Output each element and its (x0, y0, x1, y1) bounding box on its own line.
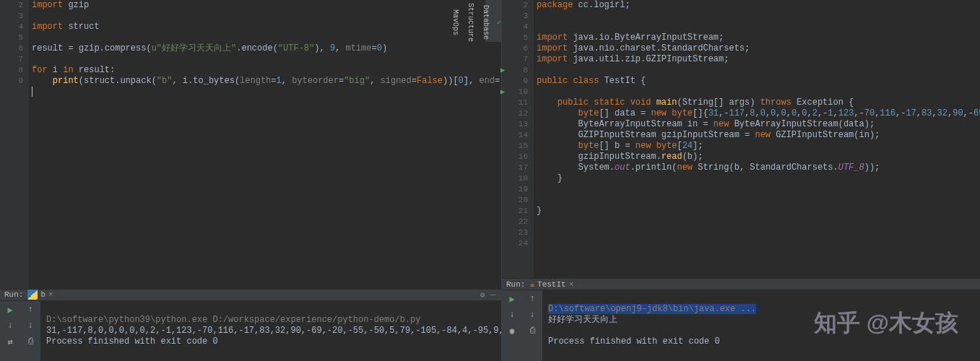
down2-icon[interactable]: ↓ (25, 320, 36, 331)
left-console-toolbar2: ↑ ↓ ⎙ (20, 301, 40, 361)
console-output-line: 好好学习天天向上 (548, 315, 617, 325)
up-icon[interactable]: ↑ (25, 304, 36, 316)
python-icon (27, 290, 38, 300)
close-icon[interactable]: × (48, 290, 53, 299)
right-run-bar: Run: ☕ TestIt × (502, 278, 980, 290)
run-icon[interactable]: ▶ (506, 293, 518, 305)
wrap-icon[interactable]: ⇄ (4, 336, 16, 347)
gear-icon[interactable]: ⚙ (480, 290, 485, 300)
left-side-tabs: ✓ Database Structure MavOps (485, 0, 501, 42)
up-icon[interactable]: ↑ (526, 293, 538, 305)
side-tab-structure[interactable]: Structure (467, 3, 474, 42)
right-gutter: 2345678▶910▶1112131415161718192021222324 (502, 0, 534, 278)
right-code[interactable]: package cc.logirl;import java.io.ByteArr… (534, 0, 980, 278)
right-run-tab[interactable]: ☕ TestIt × (525, 279, 578, 289)
side-tab-mavops[interactable]: MavOps (451, 9, 459, 35)
camera-icon[interactable]: ◉ (506, 325, 518, 336)
left-console-output[interactable]: D:\software\python39\python.exe D:/works… (40, 301, 501, 361)
right-console-output[interactable]: D:\software\openj9-jdk8\bin\java.exe ...… (542, 290, 980, 361)
run-label: Run: (4, 290, 23, 299)
close-icon[interactable]: × (569, 280, 574, 289)
left-editor-pane: 23456789 import gzipimport structresult … (0, 0, 502, 361)
run-tab-name: b (40, 290, 45, 299)
print-icon[interactable]: ⎙ (526, 325, 538, 336)
minimize-icon[interactable]: — (490, 290, 495, 300)
down-icon[interactable]: ↓ (4, 320, 16, 331)
print-icon[interactable]: ⎙ (25, 336, 36, 347)
left-editor[interactable]: 23456789 import gzipimport structresult … (0, 0, 501, 289)
right-console-toolbar2: ↑ ↓ ⎙ (522, 290, 542, 361)
run-icon[interactable]: ▶ (4, 304, 16, 316)
right-editor[interactable]: 2345678▶910▶1112131415161718192021222324… (502, 0, 980, 278)
left-run-tab[interactable]: b × (23, 290, 57, 300)
console-exit: Process finished with exit code 0 (46, 336, 218, 347)
run-tab-name: TestIt (537, 280, 566, 289)
left-console: ▶ ↓ ⇄ ↑ ↓ ⎙ D:\software\python39\python.… (0, 301, 501, 361)
side-tab-database[interactable]: Database (482, 5, 490, 40)
down2-icon[interactable]: ↓ (526, 309, 538, 321)
left-gutter: 23456789 (0, 0, 29, 289)
left-code[interactable]: import gzipimport structresult = gzip.co… (29, 0, 501, 289)
left-console-toolbar: ▶ ↓ ⇄ (0, 301, 20, 361)
run-label: Run: (506, 280, 525, 289)
left-run-bar: Run: b × ⚙ — (0, 289, 501, 301)
console-path: D:\software\python39\python.exe D:/works… (46, 315, 420, 325)
right-editor-pane: 2345678▶910▶1112131415161718192021222324… (502, 0, 980, 361)
down-icon[interactable]: ↓ (506, 309, 518, 321)
check-icon: ✓ (497, 18, 501, 27)
right-console-toolbar: ▶ ↓ ◉ (502, 290, 522, 361)
right-console: ▶ ↓ ◉ ↑ ↓ ⎙ D:\software\openj9-jdk8\bin\… (502, 290, 980, 361)
console-exit: Process finished with exit code 0 (548, 336, 720, 347)
console-path: D:\software\openj9-jdk8\bin\java.exe ... (548, 304, 756, 314)
java-icon: ☕ (529, 279, 534, 289)
console-output-line: 31,-117,8,0,0,0,0,0,2,-1,123,-70,116,-17… (46, 326, 501, 336)
